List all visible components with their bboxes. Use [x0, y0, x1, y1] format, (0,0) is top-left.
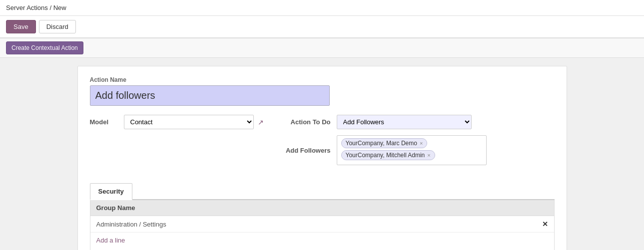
tab-security[interactable]: Security	[90, 183, 132, 200]
follower-name-2: YourCompany, Mitchell Admin	[346, 152, 425, 159]
remove-follower-2-icon[interactable]: ×	[427, 152, 430, 158]
action-to-do-select[interactable]: Add Followers	[337, 115, 472, 129]
tab-security-label: Security	[98, 188, 124, 195]
group-name-value: Administration / Settings	[96, 221, 542, 228]
table-row: Administration / Settings ✕	[90, 216, 554, 233]
delete-row-icon[interactable]: ✕	[542, 220, 548, 228]
save-button[interactable]: Save	[6, 20, 36, 33]
create-contextual-action-button[interactable]: Create Contextual Action	[6, 41, 83, 54]
breadcrumb: Server Actions / New	[6, 4, 66, 11]
breadcrumb-bar: Server Actions / New	[0, 0, 644, 16]
action-name-label: Action Name	[90, 76, 555, 83]
tab-content-security: Group Name Administration / Settings ✕ A…	[90, 200, 555, 250]
model-select[interactable]: Contact	[124, 115, 254, 129]
group-name-column-header: Group Name	[90, 200, 554, 216]
follower-tag-1: YourCompany, Marc Demo ×	[341, 138, 428, 148]
follower-tag-2: YourCompany, Mitchell Admin ×	[341, 150, 435, 160]
action-name-input[interactable]	[90, 85, 330, 106]
external-link-icon[interactable]: ↗	[258, 118, 264, 126]
model-section: Model Contact ↗	[90, 115, 264, 129]
right-section: Action To Do Add Followers Add Followers…	[276, 115, 555, 171]
form-row: Model Contact ↗ Action To Do Add Followe…	[90, 115, 555, 171]
breadcrumb-current: New	[53, 4, 66, 11]
followers-box[interactable]: YourCompany, Marc Demo × YourCompany, Mi…	[337, 135, 487, 165]
empty-space	[90, 248, 554, 250]
action-bar: Create Contextual Action	[0, 38, 644, 58]
action-to-do-label: Action To Do	[276, 118, 331, 126]
breadcrumb-parent[interactable]: Server Actions	[6, 4, 48, 11]
follower-name-1: YourCompany, Marc Demo	[346, 140, 417, 147]
breadcrumb-separator: /	[49, 4, 51, 11]
model-label: Model	[90, 118, 120, 126]
add-followers-row: Add Followers YourCompany, Marc Demo × Y…	[276, 135, 555, 165]
add-line-button[interactable]: Add a line	[90, 233, 554, 248]
action-name-field: Action Name	[90, 76, 555, 106]
tabs: Security	[90, 183, 555, 200]
add-followers-label: Add Followers	[276, 147, 331, 154]
action-to-do-row: Action To Do Add Followers	[276, 115, 555, 129]
discard-button[interactable]: Discard	[39, 20, 76, 33]
form-card: Action Name Model Contact ↗ Action To Do…	[77, 66, 567, 250]
main-content: Action Name Model Contact ↗ Action To Do…	[0, 58, 644, 250]
toolbar: Save Discard	[0, 16, 644, 38]
remove-follower-1-icon[interactable]: ×	[420, 140, 423, 146]
